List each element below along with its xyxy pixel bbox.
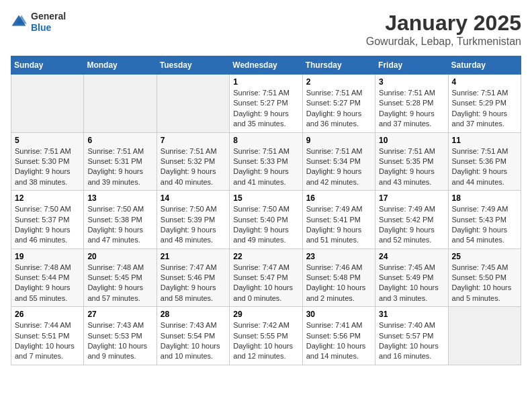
weekday-monday: Monday [84,56,157,75]
day-info: Sunrise: 7:51 AM Sunset: 5:35 PM Dayligh… [379,146,444,188]
day-info: Sunrise: 7:46 AM Sunset: 5:48 PM Dayligh… [306,263,371,304]
day-info: Sunrise: 7:50 AM Sunset: 5:39 PM Dayligh… [161,204,226,246]
day-number: 28 [161,310,226,319]
calendar-cell: 18Sunrise: 7:49 AM Sunset: 5:43 PM Dayli… [448,191,521,249]
day-info: Sunrise: 7:51 AM Sunset: 5:33 PM Dayligh… [233,146,298,188]
day-info: Sunrise: 7:47 AM Sunset: 5:47 PM Dayligh… [233,263,298,304]
day-info: Sunrise: 7:50 AM Sunset: 5:40 PM Dayligh… [233,204,298,246]
calendar-cell [448,307,521,365]
calendar-cell: 2Sunrise: 7:51 AM Sunset: 5:27 PM Daylig… [302,75,375,133]
day-info: Sunrise: 7:51 AM Sunset: 5:30 PM Dayligh… [15,146,80,188]
calendar-cell: 14Sunrise: 7:50 AM Sunset: 5:39 PM Dayli… [157,191,229,249]
calendar-cell: 23Sunrise: 7:46 AM Sunset: 5:48 PM Dayli… [302,248,375,307]
calendar-cell: 21Sunrise: 7:47 AM Sunset: 5:46 PM Dayli… [157,248,229,307]
day-number: 9 [306,136,371,145]
day-info: Sunrise: 7:51 AM Sunset: 5:27 PM Dayligh… [233,88,298,130]
day-info: Sunrise: 7:49 AM Sunset: 5:43 PM Dayligh… [452,204,517,246]
day-number: 6 [87,136,152,145]
weekday-row: SundayMondayTuesdayWednesdayThursdayFrid… [11,56,521,75]
day-number: 25 [452,252,517,261]
calendar-cell: 17Sunrise: 7:49 AM Sunset: 5:42 PM Dayli… [375,191,448,249]
day-number: 19 [15,252,80,261]
weekday-thursday: Thursday [302,56,375,75]
page-header: General Blue January 2025 Gowurdak, Leba… [11,11,521,48]
day-number: 22 [233,252,298,261]
day-info: Sunrise: 7:43 AM Sunset: 5:53 PM Dayligh… [87,320,152,362]
calendar-cell: 7Sunrise: 7:51 AM Sunset: 5:32 PM Daylig… [157,132,229,191]
day-info: Sunrise: 7:51 AM Sunset: 5:36 PM Dayligh… [452,146,517,188]
weekday-tuesday: Tuesday [157,56,229,75]
day-number: 21 [161,252,226,261]
day-number: 16 [306,193,371,203]
day-info: Sunrise: 7:48 AM Sunset: 5:44 PM Dayligh… [15,263,80,304]
day-number: 1 [233,77,298,87]
calendar-header: SundayMondayTuesdayWednesdayThursdayFrid… [11,56,521,75]
day-number: 11 [452,136,517,145]
day-info: Sunrise: 7:50 AM Sunset: 5:37 PM Dayligh… [15,204,80,246]
calendar-table: SundayMondayTuesdayWednesdayThursdayFrid… [11,56,521,365]
calendar-cell: 16Sunrise: 7:49 AM Sunset: 5:41 PM Dayli… [302,191,375,249]
day-number: 12 [15,193,80,203]
day-number: 30 [306,310,371,319]
calendar-cell: 6Sunrise: 7:51 AM Sunset: 5:31 PM Daylig… [84,132,157,191]
day-number: 27 [87,310,152,319]
calendar-cell: 25Sunrise: 7:45 AM Sunset: 5:50 PM Dayli… [448,248,521,307]
calendar-cell [157,75,229,133]
calendar-cell: 9Sunrise: 7:51 AM Sunset: 5:34 PM Daylig… [302,132,375,191]
day-number: 7 [161,136,226,145]
day-info: Sunrise: 7:49 AM Sunset: 5:41 PM Dayligh… [306,204,371,246]
day-number: 2 [306,77,371,87]
week-row-3: 12Sunrise: 7:50 AM Sunset: 5:37 PM Dayli… [11,191,521,249]
calendar-cell: 4Sunrise: 7:51 AM Sunset: 5:29 PM Daylig… [448,75,521,133]
day-info: Sunrise: 7:47 AM Sunset: 5:46 PM Dayligh… [161,263,226,304]
calendar-cell: 11Sunrise: 7:51 AM Sunset: 5:36 PM Dayli… [448,132,521,191]
day-number: 4 [452,77,517,87]
day-info: Sunrise: 7:41 AM Sunset: 5:56 PM Dayligh… [306,320,371,362]
calendar-cell: 29Sunrise: 7:42 AM Sunset: 5:55 PM Dayli… [230,307,302,365]
day-info: Sunrise: 7:51 AM Sunset: 5:32 PM Dayligh… [161,146,226,188]
day-number: 26 [15,310,80,319]
week-row-2: 5Sunrise: 7:51 AM Sunset: 5:30 PM Daylig… [11,132,521,191]
logo-text: General Blue [31,11,66,34]
calendar-cell: 24Sunrise: 7:45 AM Sunset: 5:49 PM Dayli… [375,248,448,307]
calendar-cell: 5Sunrise: 7:51 AM Sunset: 5:30 PM Daylig… [11,132,84,191]
day-info: Sunrise: 7:51 AM Sunset: 5:34 PM Dayligh… [306,146,371,188]
day-info: Sunrise: 7:51 AM Sunset: 5:31 PM Dayligh… [87,146,152,188]
day-number: 31 [379,310,444,319]
day-number: 15 [233,193,298,203]
day-number: 17 [379,193,444,203]
calendar-title: January 2025 [366,11,521,36]
calendar-cell [84,75,157,133]
title-block: January 2025 Gowurdak, Lebap, Turkmenist… [366,11,521,48]
day-info: Sunrise: 7:40 AM Sunset: 5:57 PM Dayligh… [379,320,444,362]
week-row-5: 26Sunrise: 7:44 AM Sunset: 5:51 PM Dayli… [11,307,521,365]
calendar-cell: 1Sunrise: 7:51 AM Sunset: 5:27 PM Daylig… [230,75,302,133]
weekday-wednesday: Wednesday [230,56,302,75]
calendar-cell: 22Sunrise: 7:47 AM Sunset: 5:47 PM Dayli… [230,248,302,307]
calendar-cell: 20Sunrise: 7:48 AM Sunset: 5:45 PM Dayli… [84,248,157,307]
calendar-cell: 19Sunrise: 7:48 AM Sunset: 5:44 PM Dayli… [11,248,84,307]
calendar-cell: 31Sunrise: 7:40 AM Sunset: 5:57 PM Dayli… [375,307,448,365]
calendar-cell: 3Sunrise: 7:51 AM Sunset: 5:28 PM Daylig… [375,75,448,133]
calendar-body: 1Sunrise: 7:51 AM Sunset: 5:27 PM Daylig… [11,75,521,365]
calendar-subtitle: Gowurdak, Lebap, Turkmenistan [366,36,521,48]
week-row-4: 19Sunrise: 7:48 AM Sunset: 5:44 PM Dayli… [11,248,521,307]
calendar-cell: 15Sunrise: 7:50 AM Sunset: 5:40 PM Dayli… [230,191,302,249]
day-info: Sunrise: 7:51 AM Sunset: 5:27 PM Dayligh… [306,88,371,130]
weekday-sunday: Sunday [11,56,84,75]
calendar-cell: 12Sunrise: 7:50 AM Sunset: 5:37 PM Dayli… [11,191,84,249]
day-number: 18 [452,193,517,203]
day-info: Sunrise: 7:45 AM Sunset: 5:49 PM Dayligh… [379,263,444,304]
day-info: Sunrise: 7:43 AM Sunset: 5:54 PM Dayligh… [161,320,226,362]
logo-blue: Blue [31,22,66,34]
day-info: Sunrise: 7:42 AM Sunset: 5:55 PM Dayligh… [233,320,298,362]
day-number: 23 [306,252,371,261]
calendar-cell: 13Sunrise: 7:50 AM Sunset: 5:38 PM Dayli… [84,191,157,249]
calendar-cell: 28Sunrise: 7:43 AM Sunset: 5:54 PM Dayli… [157,307,229,365]
weekday-saturday: Saturday [448,56,521,75]
day-number: 13 [87,193,152,203]
day-number: 14 [161,193,226,203]
day-info: Sunrise: 7:48 AM Sunset: 5:45 PM Dayligh… [87,263,152,304]
day-info: Sunrise: 7:45 AM Sunset: 5:50 PM Dayligh… [452,263,517,304]
calendar-cell: 8Sunrise: 7:51 AM Sunset: 5:33 PM Daylig… [230,132,302,191]
